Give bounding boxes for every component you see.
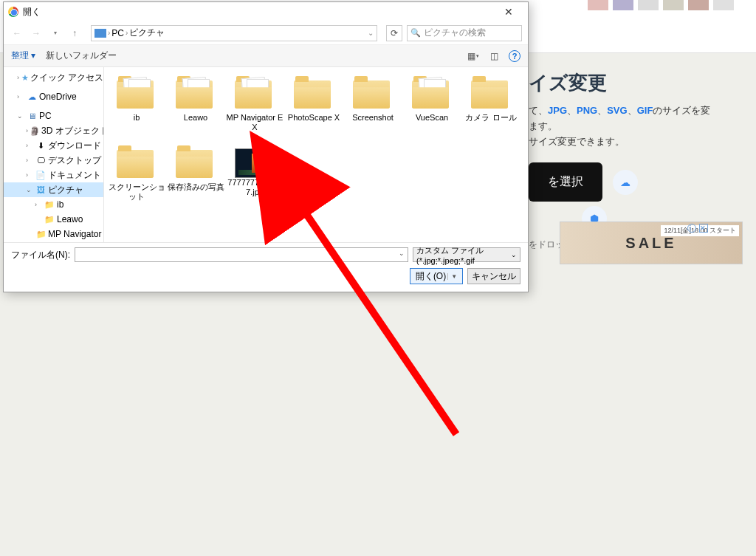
page-title: イズ変更 (529, 70, 743, 96)
sidebar-tree: ›★クイック アクセス ›☁OneDrive ⌄🖥PC ›🗿3D オブジェクト … (4, 67, 104, 242)
search-placeholder: ピクチャの検索 (424, 27, 486, 39)
folder-icon (412, 80, 449, 109)
file-open-dialog: 開く ✕ ← → ▾ ↑ › PC › ピクチャ ⌄ ⟳ 🔍 ピクチャの検索 整… (3, 1, 529, 292)
file-item[interactable]: MP Navigator EX (225, 75, 284, 141)
back-button[interactable]: ← (10, 26, 24, 41)
file-label: Leawo (184, 113, 207, 123)
folder-icon (117, 150, 154, 178)
folder-icon (176, 150, 213, 178)
cloud-upload-icon[interactable]: ☁ (613, 170, 638, 195)
open-button[interactable]: 開く(O)▼ (410, 268, 463, 284)
organize-menu[interactable]: 整理 ▾ (11, 49, 35, 62)
refresh-button[interactable]: ⟳ (386, 25, 402, 41)
new-folder-button[interactable]: 新しいフォルダー (46, 49, 117, 62)
breadcrumb-folder[interactable]: ピクチャ (129, 27, 165, 39)
tree-3d-objects[interactable]: ›🗿3D オブジェクト (4, 123, 103, 138)
file-label: スクリーンショット (107, 182, 166, 202)
advertisement[interactable]: SALE 12/11[金]18:00 スタート i ✕ (560, 222, 743, 264)
file-item[interactable]: VueScan (402, 75, 461, 141)
file-item[interactable]: ib (107, 75, 166, 141)
ad-close-icon[interactable]: ✕ (699, 224, 708, 233)
file-item[interactable]: 7777777777777.jpg (225, 144, 284, 210)
tree-pictures[interactable]: ⌄🖼ピクチャ (4, 182, 103, 197)
file-label: 保存済みの写真 (168, 182, 224, 192)
file-label: Screenshot (352, 113, 394, 123)
file-item[interactable]: 保存済みの写真 (166, 144, 225, 210)
tree-downloads[interactable]: ›⬇ダウンロード (4, 138, 103, 153)
file-label: ib (134, 113, 140, 123)
file-item[interactable]: スクリーンショット (107, 144, 166, 210)
tree-leawo[interactable]: 📁Leawo (4, 212, 103, 227)
recent-dropdown[interactable]: ▾ (48, 26, 63, 41)
toolbar: 整理 ▾ 新しいフォルダー ▦▾ ◫ ? (4, 45, 528, 67)
close-button[interactable]: ✕ (494, 3, 523, 21)
open-dropdown-icon[interactable]: ▼ (447, 273, 457, 280)
file-item[interactable]: Leawo (166, 75, 225, 141)
folder-icon (235, 80, 272, 109)
file-type-filter[interactable]: カスタム ファイル (*.jpg;*.jpeg;*.gif⌄ (413, 247, 520, 262)
dialog-footer: ファイル名(N): ⌄ カスタム ファイル (*.jpg;*.jpeg;*.gi… (4, 242, 528, 292)
view-options-button[interactable]: ▦▾ (464, 48, 482, 64)
folder-icon (353, 80, 390, 109)
select-button[interactable]: を選択 (529, 162, 602, 202)
file-label: MP Navigator EX (225, 113, 284, 132)
breadcrumb-pc[interactable]: PC (111, 28, 124, 38)
help-button[interactable]: ? (509, 50, 520, 62)
file-label: VueScan (416, 113, 448, 123)
pc-icon (94, 29, 106, 38)
image-thumbnail (235, 148, 275, 178)
chrome-icon (8, 7, 18, 17)
navigation-bar: ← → ▾ ↑ › PC › ピクチャ ⌄ ⟳ 🔍 ピクチャの検索 (4, 21, 528, 45)
dialog-title: 開く (23, 6, 41, 18)
tree-mpnav[interactable]: 📁MP Navigator E (4, 227, 103, 241)
file-label: PhotoScape X (288, 113, 340, 123)
file-item[interactable]: PhotoScape X (284, 75, 343, 141)
file-item[interactable]: Screenshot (343, 75, 402, 141)
file-label: カメラ ロール (465, 113, 516, 123)
page-description: て、JPG、PNG、SVG、GIFのサイズを変 ます。 サイズ変更できます。 (529, 103, 743, 149)
breadcrumb[interactable]: › PC › ピクチャ ⌄ (91, 25, 377, 41)
tree-quick-access[interactable]: ›★クイック アクセス (4, 70, 103, 85)
forward-button[interactable]: → (29, 26, 44, 41)
folder-icon (176, 80, 213, 109)
tree-documents[interactable]: ›📄ドキュメント (4, 168, 103, 182)
file-item[interactable]: カメラ ロール (461, 75, 520, 141)
filename-input[interactable]: ⌄ (75, 247, 408, 262)
folder-icon (117, 80, 154, 109)
ad-info-icon[interactable]: i (687, 224, 696, 233)
search-icon: 🔍 (410, 28, 421, 38)
preview-pane-button[interactable]: ◫ (485, 48, 503, 64)
file-list[interactable]: ibLeawoMP Navigator EXPhotoScape XScreen… (104, 67, 528, 242)
tree-pc[interactable]: ⌄🖥PC (4, 109, 103, 123)
cancel-button[interactable]: キャンセル (467, 268, 520, 284)
folder-icon (294, 80, 331, 109)
file-label: 7777777777777.jpg (225, 178, 284, 197)
search-input[interactable]: 🔍 ピクチャの検索 (407, 25, 522, 41)
up-button[interactable]: ↑ (67, 26, 82, 41)
dialog-titlebar: 開く ✕ (4, 2, 528, 21)
tree-desktop[interactable]: ›🖵デスクトップ (4, 153, 103, 168)
tree-ib[interactable]: ›📁ib (4, 197, 103, 212)
filename-label: ファイル名(N): (11, 249, 70, 261)
folder-icon (471, 80, 508, 109)
tree-onedrive[interactable]: ›☁OneDrive (4, 89, 103, 104)
breadcrumb-dropdown-icon[interactable]: ⌄ (368, 29, 374, 37)
